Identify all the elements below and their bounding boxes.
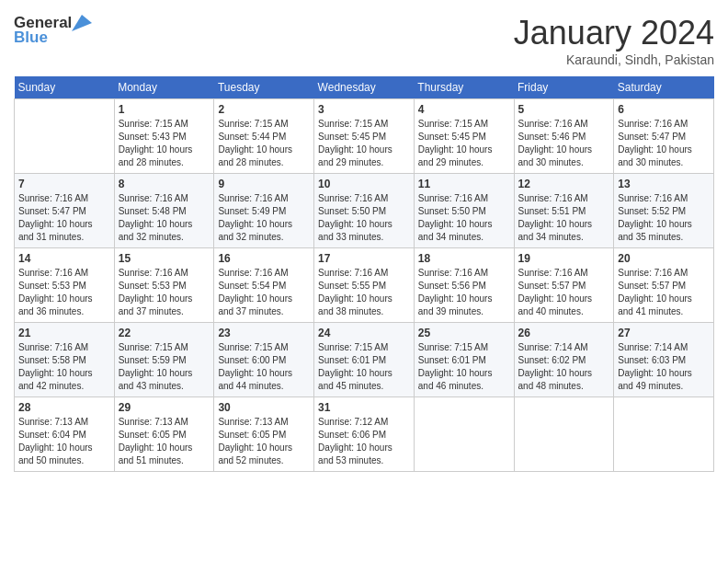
weekday-header: Thursday: [414, 76, 514, 99]
logo-arrow-icon: [72, 15, 92, 31]
day-info: Sunrise: 7:16 AM Sunset: 5:54 PM Dayligh…: [218, 267, 310, 318]
day-number: 16: [218, 252, 310, 265]
calendar-week-row: 14Sunrise: 7:16 AM Sunset: 5:53 PM Dayli…: [15, 248, 714, 323]
calendar-cell: [15, 99, 115, 174]
svg-marker-0: [72, 15, 92, 31]
weekday-header: Friday: [514, 76, 614, 99]
day-number: 17: [318, 252, 410, 265]
calendar-cell: 1Sunrise: 7:15 AM Sunset: 5:43 PM Daylig…: [114, 99, 214, 174]
day-info: Sunrise: 7:13 AM Sunset: 6:05 PM Dayligh…: [119, 416, 210, 467]
day-number: 13: [618, 178, 710, 190]
page-header: General Blue January 2024 Karaundi, Sind…: [14, 14, 714, 67]
day-info: Sunrise: 7:16 AM Sunset: 5:53 PM Dayligh…: [119, 267, 210, 318]
day-number: 20: [618, 252, 710, 265]
day-info: Sunrise: 7:16 AM Sunset: 5:53 PM Dayligh…: [18, 267, 110, 318]
day-info: Sunrise: 7:13 AM Sunset: 6:05 PM Dayligh…: [218, 416, 310, 467]
calendar-cell: 21Sunrise: 7:16 AM Sunset: 5:58 PM Dayli…: [15, 323, 115, 397]
day-number: 12: [518, 178, 610, 190]
day-number: 18: [418, 252, 510, 265]
calendar-cell: 6Sunrise: 7:16 AM Sunset: 5:47 PM Daylig…: [614, 99, 714, 174]
day-number: 22: [119, 327, 210, 339]
calendar-cell: 11Sunrise: 7:16 AM Sunset: 5:50 PM Dayli…: [414, 174, 514, 248]
day-info: Sunrise: 7:16 AM Sunset: 5:51 PM Dayligh…: [518, 192, 610, 244]
calendar-cell: 12Sunrise: 7:16 AM Sunset: 5:51 PM Dayli…: [514, 174, 614, 248]
calendar-cell: 18Sunrise: 7:16 AM Sunset: 5:56 PM Dayli…: [414, 248, 514, 323]
calendar-cell: [514, 397, 614, 472]
weekday-header: Tuesday: [214, 76, 314, 99]
day-info: Sunrise: 7:14 AM Sunset: 6:03 PM Dayligh…: [618, 341, 710, 393]
weekday-header: Monday: [114, 76, 214, 99]
day-number: 23: [218, 327, 310, 339]
day-number: 9: [218, 178, 310, 190]
day-number: 7: [18, 178, 110, 190]
calendar-cell: 23Sunrise: 7:15 AM Sunset: 6:00 PM Dayli…: [214, 323, 314, 397]
calendar-cell: 8Sunrise: 7:16 AM Sunset: 5:48 PM Daylig…: [114, 174, 214, 248]
calendar-cell: 5Sunrise: 7:16 AM Sunset: 5:46 PM Daylig…: [514, 99, 614, 174]
calendar-cell: 14Sunrise: 7:16 AM Sunset: 5:53 PM Dayli…: [15, 248, 115, 323]
calendar-cell: 10Sunrise: 7:16 AM Sunset: 5:50 PM Dayli…: [314, 174, 415, 248]
day-number: 24: [318, 327, 410, 339]
day-number: 15: [119, 252, 210, 265]
day-info: Sunrise: 7:16 AM Sunset: 5:48 PM Dayligh…: [119, 192, 210, 244]
calendar-cell: 20Sunrise: 7:16 AM Sunset: 5:57 PM Dayli…: [614, 248, 714, 323]
calendar-week-row: 1Sunrise: 7:15 AM Sunset: 5:43 PM Daylig…: [15, 99, 714, 174]
day-number: 6: [618, 103, 710, 116]
day-number: 1: [119, 103, 210, 116]
calendar-cell: 26Sunrise: 7:14 AM Sunset: 6:02 PM Dayli…: [514, 323, 614, 397]
day-info: Sunrise: 7:12 AM Sunset: 6:06 PM Dayligh…: [318, 416, 410, 467]
calendar-cell: 19Sunrise: 7:16 AM Sunset: 5:57 PM Dayli…: [514, 248, 614, 323]
calendar-cell: 25Sunrise: 7:15 AM Sunset: 6:01 PM Dayli…: [414, 323, 514, 397]
day-number: 29: [119, 401, 210, 414]
day-number: 31: [318, 401, 410, 414]
logo-graphic: General Blue: [14, 14, 92, 47]
day-info: Sunrise: 7:16 AM Sunset: 5:49 PM Dayligh…: [218, 192, 310, 244]
day-info: Sunrise: 7:15 AM Sunset: 6:01 PM Dayligh…: [318, 341, 410, 393]
day-number: 30: [218, 401, 310, 414]
day-number: 14: [18, 252, 110, 265]
calendar-cell: 24Sunrise: 7:15 AM Sunset: 6:01 PM Dayli…: [314, 323, 415, 397]
weekday-header-row: SundayMondayTuesdayWednesdayThursdayFrid…: [15, 76, 714, 99]
day-info: Sunrise: 7:16 AM Sunset: 5:47 PM Dayligh…: [18, 192, 110, 244]
day-number: 2: [218, 103, 310, 116]
day-info: Sunrise: 7:16 AM Sunset: 5:50 PM Dayligh…: [318, 192, 410, 244]
day-info: Sunrise: 7:16 AM Sunset: 5:57 PM Dayligh…: [618, 267, 710, 318]
day-number: 28: [18, 401, 110, 414]
weekday-header: Saturday: [614, 76, 714, 99]
calendar-cell: 13Sunrise: 7:16 AM Sunset: 5:52 PM Dayli…: [614, 174, 714, 248]
calendar-cell: 31Sunrise: 7:12 AM Sunset: 6:06 PM Dayli…: [314, 397, 415, 472]
weekday-header: Sunday: [15, 76, 115, 99]
day-info: Sunrise: 7:16 AM Sunset: 5:55 PM Dayligh…: [318, 267, 410, 318]
calendar-cell: 29Sunrise: 7:13 AM Sunset: 6:05 PM Dayli…: [114, 397, 214, 472]
calendar-cell: 15Sunrise: 7:16 AM Sunset: 5:53 PM Dayli…: [114, 248, 214, 323]
day-info: Sunrise: 7:16 AM Sunset: 5:46 PM Dayligh…: [518, 118, 610, 169]
day-info: Sunrise: 7:15 AM Sunset: 5:59 PM Dayligh…: [119, 341, 210, 393]
day-number: 3: [318, 103, 410, 116]
calendar-table: SundayMondayTuesdayWednesdayThursdayFrid…: [14, 76, 714, 472]
logo: General Blue: [14, 14, 92, 47]
calendar-cell: 7Sunrise: 7:16 AM Sunset: 5:47 PM Daylig…: [15, 174, 115, 248]
day-info: Sunrise: 7:13 AM Sunset: 6:04 PM Dayligh…: [18, 416, 110, 467]
day-number: 19: [518, 252, 610, 265]
calendar-cell: 30Sunrise: 7:13 AM Sunset: 6:05 PM Dayli…: [214, 397, 314, 472]
day-number: 25: [418, 327, 510, 339]
day-info: Sunrise: 7:15 AM Sunset: 5:43 PM Dayligh…: [119, 118, 210, 169]
day-info: Sunrise: 7:16 AM Sunset: 5:47 PM Dayligh…: [618, 118, 710, 169]
day-number: 26: [518, 327, 610, 339]
calendar-cell: 28Sunrise: 7:13 AM Sunset: 6:04 PM Dayli…: [15, 397, 115, 472]
calendar-cell: [414, 397, 514, 472]
calendar-cell: [614, 397, 714, 472]
day-number: 8: [119, 178, 210, 190]
day-number: 5: [518, 103, 610, 116]
calendar-cell: 2Sunrise: 7:15 AM Sunset: 5:44 PM Daylig…: [214, 99, 314, 174]
calendar-cell: 16Sunrise: 7:16 AM Sunset: 5:54 PM Dayli…: [214, 248, 314, 323]
weekday-header: Wednesday: [314, 76, 415, 99]
day-info: Sunrise: 7:16 AM Sunset: 5:56 PM Dayligh…: [418, 267, 510, 318]
day-info: Sunrise: 7:15 AM Sunset: 5:44 PM Dayligh…: [218, 118, 310, 169]
day-number: 10: [318, 178, 410, 190]
day-number: 21: [18, 327, 110, 339]
day-info: Sunrise: 7:16 AM Sunset: 5:57 PM Dayligh…: [518, 267, 610, 318]
day-number: 11: [418, 178, 510, 190]
day-info: Sunrise: 7:15 AM Sunset: 6:00 PM Dayligh…: [218, 341, 310, 393]
calendar-cell: 17Sunrise: 7:16 AM Sunset: 5:55 PM Dayli…: [314, 248, 415, 323]
title-block: January 2024 Karaundi, Sindh, Pakistan: [514, 14, 714, 67]
